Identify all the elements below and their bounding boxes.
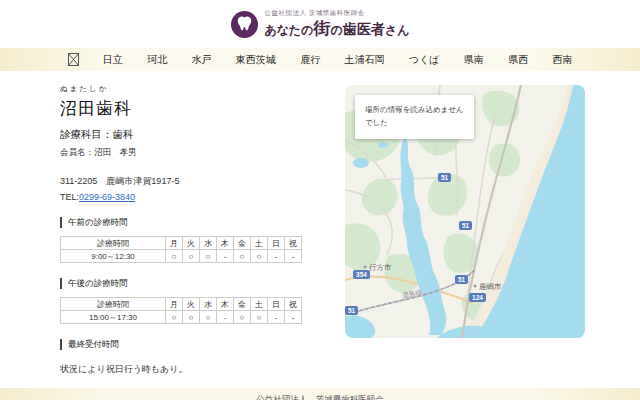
site-header: 公益社団法人 茨城県歯科医師会 あなたの街の歯医者さん — [0, 0, 640, 48]
route-shield-label: 51 — [348, 307, 356, 314]
route-shield-label: 51 — [462, 222, 470, 229]
td-mark: ○ — [251, 311, 268, 324]
broken-image-icon — [68, 53, 79, 66]
map-error-dialog: 場所の情報を読み込めませんでした — [355, 95, 474, 139]
table-row: 9:00～12:30 ○ ○ ○ - ○ ○ - - — [61, 250, 302, 263]
section-title-afternoon: 午後の診療時間 — [60, 278, 334, 289]
td-mark: - — [217, 311, 234, 324]
td-mark: ○ — [200, 311, 217, 324]
map-label-kashima: 鹿嶋市 — [479, 282, 502, 291]
site-footer: 公益社団法人 茨城県歯科医師会 — [0, 388, 640, 400]
nav-item-seinan[interactable]: 西南 — [552, 53, 572, 67]
td-mark: ○ — [200, 250, 217, 263]
th-time: 診療時間 — [61, 298, 166, 311]
region-navbar: 日立 珂北 水戸 東西茨城 鹿行 土浦石岡 つくば 県南 県西 西南 — [0, 48, 640, 71]
org-name: 公益社団法人 茨城県歯科医師会 — [265, 9, 410, 18]
section-title-last-reception: 最終受付時間 — [60, 339, 334, 350]
th-day: 土 — [251, 237, 268, 250]
site-title-part: あなたの — [265, 24, 314, 37]
th-day: 水 — [200, 237, 217, 250]
section-title-morning: 午前の診療時間 — [60, 217, 334, 228]
th-day: 火 — [183, 298, 200, 311]
th-day: 月 — [166, 237, 183, 250]
nav-item-hitachi[interactable]: 日立 — [103, 53, 123, 67]
td-mark: - — [217, 250, 234, 263]
home-nav-link[interactable] — [68, 53, 79, 66]
td-mark: - — [285, 311, 302, 324]
clinic-furigana: ぬまたしか — [60, 84, 334, 94]
afternoon-hours-table: 診療時間 月 火 水 木 金 土 日 祝 15:00～17:30 ○ ○ ○ -… — [60, 297, 302, 324]
nav-inner: 日立 珂北 水戸 東西茨城 鹿行 土浦石岡 つくば 県南 県西 西南 — [68, 53, 573, 67]
site-title-part: さん — [385, 24, 410, 37]
route-shield-label: 51 — [441, 174, 449, 181]
morning-hours-table: 診療時間 月 火 水 木 金 土 日 祝 9:00～12:30 ○ ○ ○ - … — [60, 236, 302, 263]
td-time: 9:00～12:30 — [61, 250, 166, 263]
nav-item-kahoku[interactable]: 珂北 — [147, 53, 167, 67]
th-day: 祝 — [285, 237, 302, 250]
th-day: 月 — [166, 298, 183, 311]
td-mark: ○ — [166, 311, 183, 324]
tel-link[interactable]: 0299-69-3840 — [79, 192, 135, 202]
table-header-row: 診療時間 月 火 水 木 金 土 日 祝 — [61, 298, 302, 311]
td-mark: ○ — [251, 250, 268, 263]
nav-item-kensei[interactable]: 県西 — [508, 53, 528, 67]
page: 公益社団法人 茨城県歯科医師会 あなたの街の歯医者さん 日立 珂北 水戸 東西茨… — [0, 0, 640, 400]
site-title-part: 街 — [314, 20, 331, 39]
route-shield-label: 124 — [472, 294, 483, 301]
clinic-department: 診療科目：歯科 — [60, 128, 334, 142]
map-label-namegata: 行方市 — [369, 263, 392, 272]
footer-org-name: 公益社団法人 茨城県歯科医師会 — [256, 394, 384, 400]
td-mark: ○ — [234, 250, 251, 263]
route-shield-label: 51 — [458, 276, 466, 283]
td-time: 15:00～17:30 — [61, 311, 166, 324]
map-panel[interactable]: 51 51 354 51 124 51 行方市 鹿嶋市 鹿島線 場所の情報を — [345, 85, 585, 338]
th-day: 木 — [217, 237, 234, 250]
nav-item-kennan[interactable]: 県南 — [464, 53, 484, 67]
td-mark: - — [268, 250, 285, 263]
th-time: 診療時間 — [61, 237, 166, 250]
td-mark: ○ — [183, 311, 200, 324]
tel-label: TEL: — [60, 192, 79, 202]
brand-text: 公益社団法人 茨城県歯科医師会 あなたの街の歯医者さん — [265, 9, 410, 39]
td-mark: - — [268, 311, 285, 324]
site-title-part: 歯医者 — [343, 22, 385, 37]
nav-item-tsukuba[interactable]: つくば — [409, 53, 440, 67]
td-mark: ○ — [166, 250, 183, 263]
clinic-info-section: ぬまたしか 沼田歯科 診療科目：歯科 会員名：沼田 孝男 311-2205 鹿嶋… — [60, 84, 334, 400]
nav-item-rokko[interactable]: 鹿行 — [300, 53, 320, 67]
table-header-row: 診療時間 月 火 水 木 金 土 日 祝 — [61, 237, 302, 250]
th-day: 火 — [183, 237, 200, 250]
th-day: 水 — [200, 298, 217, 311]
tooth-logo-icon — [231, 11, 258, 38]
th-day: 木 — [217, 298, 234, 311]
td-mark: ○ — [234, 311, 251, 324]
site-title: あなたの街の歯医者さん — [265, 20, 410, 39]
clinic-address: 311-2205 鹿嶋市津賀1917-5 — [60, 175, 334, 188]
clinic-tel-row: TEL:0299-69-3840 — [60, 192, 334, 202]
route-shield-label: 354 — [356, 271, 367, 278]
nav-item-tozai-ibaraki[interactable]: 東西茨城 — [236, 53, 276, 67]
th-day: 金 — [234, 237, 251, 250]
th-day: 日 — [268, 298, 285, 311]
nav-item-mito[interactable]: 水戸 — [191, 53, 211, 67]
th-day: 金 — [234, 298, 251, 311]
clinic-name: 沼田歯科 — [60, 97, 334, 120]
clinic-member-name: 会員名：沼田 孝男 — [60, 147, 334, 159]
td-mark: ○ — [183, 250, 200, 263]
th-day: 祝 — [285, 298, 302, 311]
td-mark: - — [285, 250, 302, 263]
th-day: 土 — [251, 298, 268, 311]
last-reception-note: 状況により祝日行う時もあり。 — [60, 363, 334, 376]
site-title-part: の — [331, 24, 343, 37]
nav-item-tsuchiura-ishioka[interactable]: 土浦石岡 — [344, 53, 384, 67]
table-row: 15:00～17:30 ○ ○ ○ - ○ ○ - - — [61, 311, 302, 324]
th-day: 日 — [268, 237, 285, 250]
